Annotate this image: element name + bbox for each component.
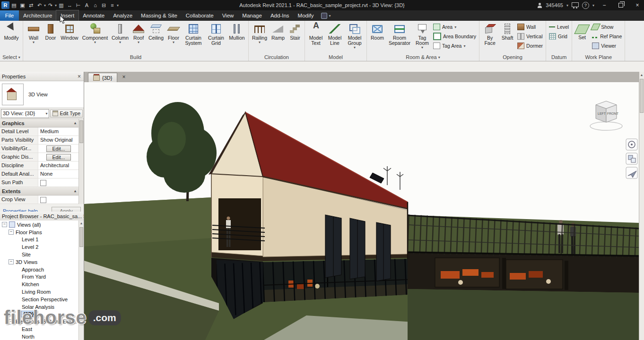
viewport-scrollbar-thumb[interactable]	[640, 79, 644, 113]
tab-add-ins[interactable]: Add-Ins	[266, 10, 294, 21]
opening-vertical-button[interactable]: Vertical	[516, 32, 544, 41]
file-menu-button[interactable]: File	[0, 10, 19, 21]
ceiling-button[interactable]: Ceiling	[147, 22, 165, 41]
type-selector[interactable]: 3D View	[0, 81, 84, 108]
parts-visibility-value[interactable]: Show Original	[38, 136, 79, 144]
open-file-icon[interactable]: ▤	[10, 1, 18, 9]
section-icon[interactable]: ⊟	[100, 1, 108, 9]
tab-modify[interactable]: Modify	[294, 10, 318, 21]
redo-icon[interactable]: ↷	[46, 1, 54, 9]
model-line-button[interactable]: Model Line	[325, 22, 344, 46]
detail-level-value[interactable]: Medium	[38, 128, 79, 136]
default-analysis-value[interactable]: None	[38, 170, 79, 178]
tree-item-3d[interactable]: {3D}	[0, 311, 84, 318]
username[interactable]: 345465	[546, 2, 563, 8]
floor-button[interactable]: Floor▾	[165, 22, 182, 44]
component-button[interactable]: Component▾	[80, 22, 110, 44]
expander-icon[interactable]: −	[9, 230, 14, 235]
tree-item-north[interactable]: North	[0, 333, 84, 340]
tree-item-3d-views[interactable]: −3D Views	[0, 258, 84, 266]
roof-button[interactable]: Roof▾	[131, 22, 147, 44]
tab-insert[interactable]: Insert	[56, 10, 78, 21]
viewer-button[interactable]: Viewer	[591, 41, 623, 51]
undo-caret-icon[interactable]: ▾	[44, 3, 46, 8]
view-selector-dropdown[interactable]: 3D View: {3D} ▾	[1, 109, 49, 118]
tag-room-button[interactable]: Tag Room▾	[413, 22, 432, 49]
redo-caret-icon[interactable]: ▾	[55, 3, 57, 8]
tree-item-living-room[interactable]: Living Room	[0, 288, 84, 296]
ref-plane-button[interactable]: Ref Plane	[591, 32, 623, 41]
print-icon[interactable]: ▥	[57, 1, 65, 9]
tab-collaborate[interactable]: Collaborate	[182, 10, 218, 21]
restore-button[interactable]	[614, 0, 627, 10]
graphic-display-edit-button[interactable]: Edit...	[46, 154, 71, 161]
orbit-button[interactable]	[626, 167, 637, 178]
tree-item-level-1[interactable]: Level 1	[0, 236, 84, 244]
tree-item-solar-analysis[interactable]: Solar Analysis	[0, 303, 84, 311]
view-tab-close-icon[interactable]: ×	[122, 74, 125, 80]
tab-annotate[interactable]: Annotate	[78, 10, 109, 21]
window-button[interactable]: Window	[59, 22, 80, 41]
shaft-button[interactable]: Shaft	[499, 22, 516, 41]
project-browser-close-icon[interactable]: ×	[82, 213, 84, 220]
save-icon[interactable]: ▣	[18, 1, 26, 9]
tree-item-floor-plans[interactable]: −Floor Plans	[0, 229, 84, 236]
scroll-up-icon[interactable]: ▲	[639, 72, 644, 78]
properties-header[interactable]: Properties ×	[0, 72, 84, 81]
tree-item-views-all[interactable]: −Views (all)	[0, 221, 84, 229]
scroll-up-icon[interactable]: ▲	[79, 221, 84, 226]
section-graphics[interactable]: Graphics▴	[0, 119, 84, 128]
tree-item-elevations[interactable]: −Elevations (Building Elev...	[0, 318, 84, 325]
thin-lines-icon[interactable]: ≡	[108, 1, 116, 9]
tree-item-from-yard[interactable]: From Yard	[0, 273, 84, 281]
dimension-icon[interactable]: ⊢	[74, 1, 82, 9]
stair-button[interactable]: Stair	[287, 22, 303, 41]
wall-button[interactable]: Wall▾	[25, 22, 43, 44]
browser-scrollbar[interactable]: ▲	[78, 221, 84, 340]
store-cart-icon[interactable]	[572, 2, 579, 7]
viewport-scrollbar[interactable]: ▲	[639, 72, 644, 340]
model-canvas[interactable]: LEFT FRONT	[84, 82, 639, 340]
expander-icon[interactable]: −	[2, 222, 7, 227]
tab-analyze[interactable]: Analyze	[109, 10, 137, 21]
area-boundary-button[interactable]: Area Boundary	[432, 32, 478, 41]
curtain-system-button[interactable]: Curtain System	[182, 22, 205, 46]
ramp-button[interactable]: Ramp	[269, 22, 287, 41]
level-button[interactable]: Level	[548, 22, 570, 32]
navigation-bar[interactable]	[626, 139, 637, 178]
text-icon[interactable]: A	[83, 1, 91, 9]
tab-massing-site[interactable]: Massing & Site	[137, 10, 182, 21]
properties-scrollbar[interactable]	[78, 119, 84, 204]
undo-icon[interactable]: ↶	[35, 1, 44, 9]
properties-scrollbar-thumb[interactable]	[79, 120, 83, 143]
browser-scrollbar-thumb[interactable]	[79, 227, 83, 247]
expander-icon[interactable]: −	[9, 319, 14, 324]
railing-button[interactable]: Railing▾	[250, 22, 269, 44]
tree-item-site[interactable]: Site	[0, 251, 84, 258]
help-caret-icon[interactable]: ▾	[592, 3, 594, 8]
opening-wall-button[interactable]: Wall	[516, 22, 544, 32]
user-caret-icon[interactable]: ▾	[566, 3, 568, 8]
model-text-button[interactable]: Model Text	[306, 22, 325, 46]
view-tab-3d[interactable]: {3D}	[88, 73, 117, 83]
tree-item-east[interactable]: East	[0, 325, 84, 333]
measure-icon[interactable]: ↔	[66, 1, 74, 9]
tag-area-button[interactable]: Tag Area▾	[432, 41, 478, 51]
tree-item-level-2[interactable]: Level 2	[0, 243, 84, 251]
set-work-plane-button[interactable]: Set	[574, 22, 591, 40]
properties-close-icon[interactable]: ×	[77, 73, 82, 80]
expander-icon[interactable]: −	[9, 259, 14, 264]
visibility-edit-button[interactable]: Edit...	[46, 145, 71, 152]
opening-dormer-button[interactable]: Dormer	[516, 41, 544, 51]
door-button[interactable]: Door	[43, 22, 59, 41]
revit-logo-icon[interactable]: R	[1, 1, 9, 9]
help-icon[interactable]: ?	[582, 2, 589, 9]
edit-type-button[interactable]: Edit Type	[50, 110, 83, 118]
project-browser-header[interactable]: Project Browser - RAC_basic_sa... ×	[0, 212, 84, 221]
close-button[interactable]: ×	[631, 0, 644, 10]
selected-view[interactable]: {3D}	[21, 311, 36, 317]
panel-label-room-area[interactable]: Room & Area▾	[368, 53, 478, 61]
tab-manage[interactable]: Manage	[238, 10, 266, 21]
minimize-button[interactable]: −	[598, 0, 611, 10]
discipline-value[interactable]: Architectural	[38, 162, 79, 170]
